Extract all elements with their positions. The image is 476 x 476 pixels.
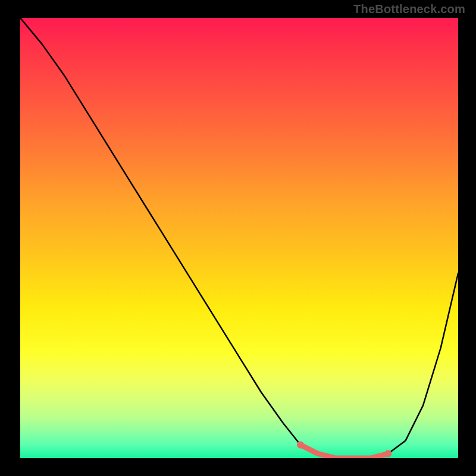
highlight-segment <box>300 445 388 458</box>
plot-area <box>20 18 458 458</box>
curve-svg <box>20 18 458 458</box>
highlight-dot <box>384 450 392 458</box>
watermark-text: TheBottleneck.com <box>353 2 465 16</box>
curve-group <box>20 18 458 458</box>
chart-frame: TheBottleneck.com <box>0 0 476 476</box>
highlight-dot <box>297 441 304 449</box>
bottleneck-curve-path <box>20 18 458 458</box>
